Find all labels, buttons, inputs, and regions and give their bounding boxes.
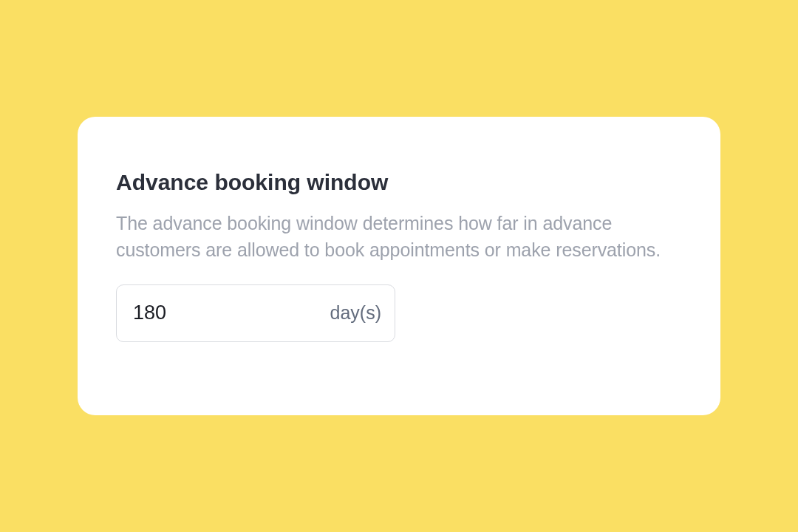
settings-card: Advance booking window The advance booki… — [78, 117, 720, 415]
days-input-wrapper[interactable]: day(s) — [116, 284, 395, 342]
card-heading: Advance booking window — [116, 170, 682, 195]
days-suffix: day(s) — [330, 302, 381, 324]
days-input[interactable] — [133, 301, 236, 324]
card-description: The advance booking window determines ho… — [116, 210, 682, 264]
